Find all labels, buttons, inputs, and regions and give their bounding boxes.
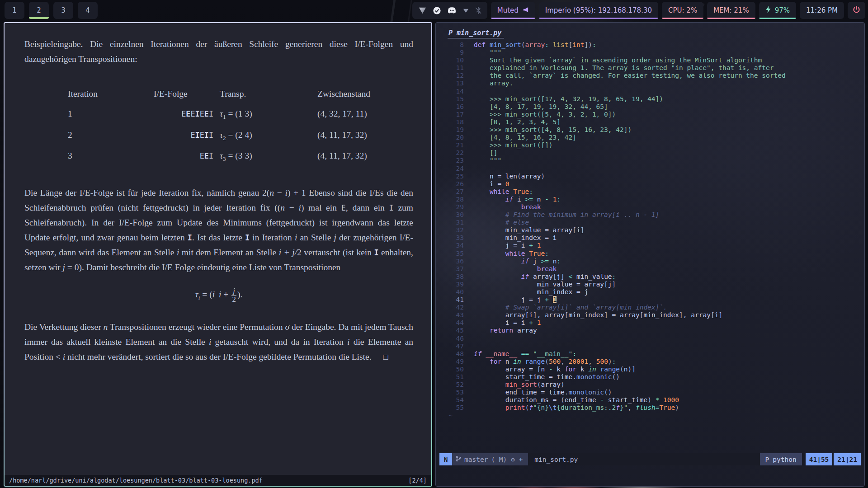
editor-winbar[interactable]: P min_sort.py [436, 23, 864, 40]
code-line[interactable]: 41 j = j + 1 [436, 296, 864, 304]
workspace-button-4[interactable]: 4 [78, 2, 98, 19]
editor-window[interactable]: P min_sort.py 8def min_sort(array: list[… [435, 22, 865, 487]
code-line[interactable]: 8def min_sort(array: list[int]): [436, 41, 864, 49]
table-cell-transposition: τ3 = (3 3) [213, 148, 312, 164]
formula-transposition: τi = (ii + j2). [24, 287, 413, 304]
code-line[interactable]: 37 break [436, 265, 864, 273]
iteration-table: Iteration I/E-Folge Transp. Zwischenstan… [68, 86, 413, 164]
code-line[interactable]: 31 # else [436, 219, 864, 226]
winbar-filename: min_sort.py [457, 29, 501, 37]
pdf-file-path: /home/narl/gdrive/uni/algodat/loesungen/… [9, 477, 263, 484]
code-line[interactable]: 34 j = i + 1 [436, 242, 864, 249]
code-line[interactable]: 15 >>> min_sort([17, 4, 32, 19, 8, 65, 1… [436, 95, 864, 103]
cpu-module[interactable]: CPU: 2% [662, 2, 703, 19]
funnel-icon[interactable] [418, 6, 427, 15]
code-line[interactable]: 55 print(f"{n}\t{duration_ms:.2f}", flus… [436, 404, 864, 412]
code-line[interactable]: 16 [4, 8, 17, 19, 19, 32, 44, 65] [436, 103, 864, 111]
signal-icon[interactable] [462, 7, 469, 14]
code-line[interactable]: 9 """ [436, 49, 864, 56]
line-number: 51 [436, 373, 464, 381]
line-number: 44 [436, 319, 464, 327]
code-line[interactable]: 28 if i >= n - 1: [436, 196, 864, 203]
code-line[interactable]: 20 [4, 8, 15, 16, 23, 42] [436, 134, 864, 141]
code-line[interactable]: 39 min_value = array[j] [436, 281, 864, 288]
module-underline [662, 18, 703, 19]
power-module[interactable] [848, 2, 865, 19]
line-number: 40 [436, 288, 464, 296]
workspace-switcher: 1234 [3, 2, 98, 19]
memory-module[interactable]: MEM: 21% [707, 2, 755, 19]
code-line[interactable]: 50 array = [n - k for k in range(n)] [436, 366, 864, 373]
code-line[interactable]: 18 [0, 1, 2, 3, 4, 5] [436, 118, 864, 126]
code-line[interactable]: 43 array[i], array[min_index] = array[mi… [436, 311, 864, 319]
line-number: 13 [436, 80, 464, 87]
pdf-page[interactable]: Beispieleingabe. Die einzelnen Iteration… [5, 23, 431, 486]
line-number: 38 [436, 273, 464, 281]
line-number: 18 [436, 118, 464, 126]
code-line[interactable]: 47 [436, 343, 864, 350]
code-line[interactable]: 12 the call, `array` is changed. For eas… [436, 72, 864, 80]
code-line[interactable]: 48if __name__ == "__main__": [436, 350, 864, 358]
code-line[interactable]: 46 [436, 335, 864, 343]
table-cell-sequence: EEI [154, 148, 213, 164]
workspace-button-3[interactable]: 3 [53, 2, 73, 19]
code-line[interactable]: 10 Sort the given `array` in ascending o… [436, 56, 864, 64]
code-line[interactable]: 22 [] [436, 149, 864, 157]
code-line[interactable]: 29 break [436, 203, 864, 211]
code-line[interactable]: 35 while True: [436, 250, 864, 258]
code-line[interactable]: 53 end_time = time.monotonic() [436, 389, 864, 396]
system-tray [412, 2, 487, 19]
code-line[interactable]: 42 # Swap `array[i]` and `array[min_inde… [436, 304, 864, 311]
code-line[interactable]: 11 explained in Vorlesung 1. The array i… [436, 64, 864, 72]
line-number: 16 [436, 103, 464, 111]
code-line[interactable]: 49 for n in range(500, 20001, 500): [436, 358, 864, 366]
code-line[interactable]: 36 if j >= n: [436, 258, 864, 265]
code-line[interactable]: 40 min_index = j [436, 288, 864, 296]
code-line[interactable]: 33 min_index = i [436, 234, 864, 242]
workspace-button-1[interactable]: 1 [5, 2, 24, 19]
code-line[interactable]: 24 [436, 165, 864, 173]
code-line[interactable]: 32 min_value = array[i] [436, 226, 864, 234]
network-module[interactable]: Imperio (95%): 192.168.178.30 [539, 2, 658, 19]
code-line[interactable]: 45 return array [436, 327, 864, 334]
code-line[interactable]: 14 [436, 88, 864, 95]
code-line[interactable]: 26 i = 0 [436, 180, 864, 188]
check-circle-icon[interactable] [433, 6, 441, 15]
code-line[interactable]: 27 while True: [436, 188, 864, 196]
code-lines[interactable]: 8def min_sort(array: list[int]):9 """10 … [436, 40, 864, 420]
cursor-block: 1 [553, 296, 557, 303]
code-line[interactable]: 30 # Find the minimum in array[i .. n - … [436, 211, 864, 219]
line-number: 30 [436, 211, 464, 219]
statusline-filename: min_sort.py [528, 453, 760, 465]
code-line[interactable]: 54 duration_ms = (end_time - start_time)… [436, 396, 864, 404]
battery-module[interactable]: 97% [759, 2, 796, 19]
bluetooth-icon[interactable] [475, 6, 481, 14]
git-branch-section[interactable]: master ( M) ⊙ + [452, 453, 528, 465]
code-line[interactable]: 17 >>> min_sort([5, 4, 3, 2, 1, 0]) [436, 111, 864, 118]
clock-module[interactable]: 11:26 PM [800, 2, 844, 19]
workspace-button-2[interactable]: 2 [29, 2, 49, 19]
line-number: 55 [436, 404, 464, 412]
clock-label: 11:26 PM [806, 6, 838, 14]
table-cell-sequence: EEEIEEI [154, 106, 213, 122]
code-line[interactable]: 52 min_sort(array) [436, 381, 864, 389]
line-number: 19 [436, 126, 464, 134]
volume-module[interactable]: Muted [491, 2, 535, 19]
code-line[interactable]: 23 """ [436, 157, 864, 164]
workspace-label: 2 [37, 6, 41, 14]
code-line[interactable]: 25 n = len(array) [436, 173, 864, 180]
formula-fraction: j2 [231, 287, 236, 303]
lightning-icon [765, 6, 771, 15]
table-header-iteration: Iteration [68, 86, 154, 101]
code-line[interactable]: 51 start_time = time.monotonic() [436, 373, 864, 381]
table-cell-iteration: 1 [68, 106, 154, 122]
code-line[interactable]: 19 >>> min_sort([4, 8, 15, 16, 23, 42]) [436, 126, 864, 134]
code-line[interactable]: 13 array. [436, 80, 864, 87]
code-line[interactable]: 44 i = i + 1 [436, 319, 864, 327]
code-line[interactable]: 21 >>> min_sort([]) [436, 141, 864, 149]
workspace-label: 1 [12, 6, 17, 14]
line-number: 15 [436, 95, 464, 103]
discord-icon[interactable] [447, 6, 457, 15]
table-cell-state: (4, 11, 17, 32) [312, 148, 420, 164]
code-line[interactable]: 38 if array[j] < min_value: [436, 273, 864, 281]
